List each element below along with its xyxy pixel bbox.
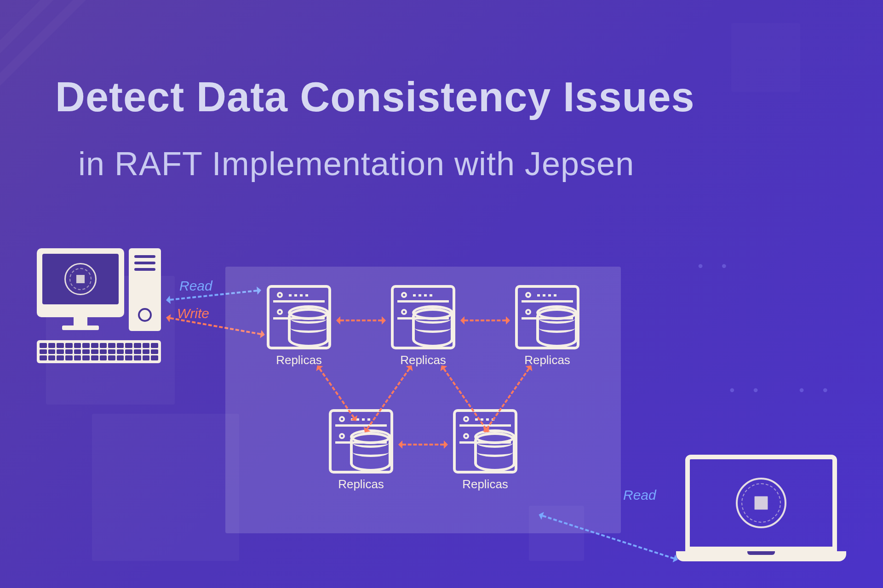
desktop-tower-icon [129, 248, 161, 331]
database-icon [329, 409, 393, 474]
keyboard-icon [37, 340, 161, 363]
nebula-logo-icon [64, 263, 97, 295]
nebula-logo-icon [736, 478, 786, 528]
replica-label: Replicas [386, 353, 460, 367]
replica-label: Replicas [510, 353, 584, 367]
read-label: Read [179, 278, 212, 294]
arrow-sync [340, 320, 382, 321]
title-sub: in RAFT Implementation with Jepsen [78, 145, 634, 183]
replica-node: Replicas [510, 285, 584, 367]
laptop-screen-icon [685, 455, 837, 551]
replica-label: Replicas [262, 353, 336, 367]
client-laptop [676, 455, 846, 574]
bg-decoration-square [92, 414, 239, 561]
bg-decoration-dots: •• [698, 257, 745, 274]
arrow-sync [464, 320, 506, 321]
read-label: Read [623, 487, 656, 503]
database-icon [515, 285, 579, 349]
bg-decoration-dots: •• •• [729, 382, 846, 399]
database-icon [453, 409, 517, 474]
replica-node: Replicas [386, 285, 460, 367]
database-icon [267, 285, 331, 349]
replica-node: Replicas [448, 409, 522, 491]
desktop-monitor-icon [37, 248, 124, 317]
replica-label: Replicas [448, 477, 522, 491]
database-icon [391, 285, 455, 349]
replica-node: Replicas [324, 409, 398, 491]
replica-node: Replicas [262, 285, 336, 367]
arrow-sync [402, 444, 444, 445]
title-main: Detect Data Consistency Issues [55, 74, 695, 121]
laptop-base-icon [676, 551, 846, 561]
bg-decoration-square [731, 23, 800, 92]
cluster-panel: Replicas Replicas Replicas Replicas [225, 267, 621, 533]
replica-label: Replicas [324, 477, 398, 491]
client-desktop [37, 248, 166, 368]
